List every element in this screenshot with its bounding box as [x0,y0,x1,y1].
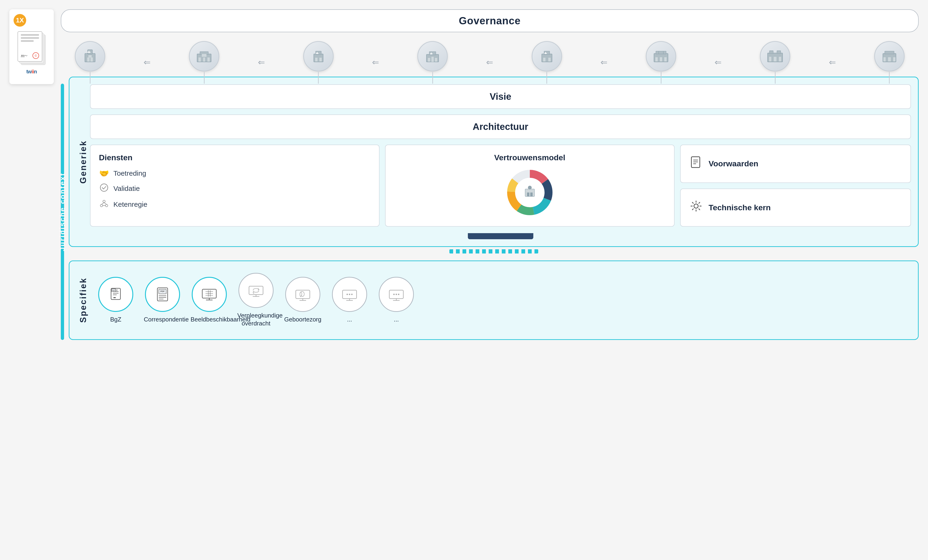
hospital-circle-2 [189,41,219,72]
specifiek-label: Specifiek [76,268,90,332]
bgz-circle[interactable]: BGZ BgZ [98,277,133,312]
connector-down-8 [889,72,890,84]
verpleeg-circle[interactable] [238,273,273,308]
dots1-circle[interactable] [332,277,367,312]
arrow-2: ⇐ [258,58,265,67]
arrow-3: ⇐ [372,58,379,67]
svg-point-106 [346,294,348,295]
hospitals-row: ⇐ ⇐ [61,41,919,84]
svg-rect-14 [316,51,321,55]
geboortezorg-circle[interactable] [285,277,321,312]
arrow-4: ⇐ [486,58,493,67]
diensten-title: Diensten [99,153,371,162]
dienst-ketenregie: Ketenregie [99,199,371,210]
voorwaarden-label: Voorwaarden [709,159,759,168]
svg-rect-67 [527,193,530,196]
architectuur-box: Architectuur [90,114,911,139]
governance-bar: Governance [61,9,919,32]
svg-rect-42 [769,57,771,61]
svg-rect-16 [316,53,319,54]
hospital-item [532,41,562,84]
svg-point-113 [395,294,397,295]
connector-down-1 [90,72,90,84]
hospital-item [760,41,790,84]
svg-line-54 [101,202,104,204]
doc-stamp: © [32,52,39,59]
technische-kern-label: Technische kern [709,203,771,212]
main-content: Governance ⇐ [61,9,919,340]
verpleeg-label: Verpleegkundige overdracht [237,312,275,327]
svg-rect-9 [202,54,206,57]
right-cards: Voorwaarden Technische [680,145,911,227]
svg-point-51 [103,200,105,202]
visie-title: Visie [490,91,511,102]
specifiek-icons-row: BGZ BgZ BgZ [90,268,911,332]
svg-point-52 [100,204,103,207]
connector-down-7 [775,72,775,84]
hospital-circle-6 [646,41,676,72]
beeldbeschikbaarheid-circle[interactable] [192,277,227,312]
svg-rect-43 [779,57,781,61]
svg-rect-47 [883,57,886,61]
svg-rect-65 [525,189,534,196]
svg-rect-17 [315,58,317,61]
svg-point-66 [528,186,532,189]
hospital-circle-1 [75,41,105,72]
generiek-inner: Visie Architectuur Diensten [90,84,911,239]
specifiek-beeldbeschikbaarheid: Beeldbeschikbaarheid [191,277,228,324]
gear-icon [689,199,703,216]
svg-rect-30 [543,58,545,61]
svg-point-108 [351,294,353,295]
juridische-label: Juridische context [58,172,66,251]
dienst-ketenregie-label: Ketenregie [113,201,147,208]
specifiek-bgz: BGZ BgZ BgZ [97,277,134,324]
generiek-label: Generiek [76,84,90,239]
document-icon [689,155,703,172]
hospital-circle-4 [417,41,448,72]
doc-logo: twiin [26,69,37,75]
connector-down-3 [318,72,319,84]
dienst-validatie-label: Validatie [113,184,140,193]
correspondentie-circle[interactable]: PDF [145,277,180,312]
bottom-divider [468,233,533,239]
svg-rect-3 [87,52,90,53]
specifiek-geboortezorg: Geboortezorg [284,277,322,324]
svg-rect-68 [530,193,533,196]
svg-rect-27 [544,51,550,55]
main-wrapper: 1X m~ © twiin [9,9,919,340]
svg-rect-24 [435,58,437,62]
hospital-item [189,41,219,84]
geboortezorg-label: Geboortezorg [284,316,322,324]
svg-rect-37 [660,57,662,61]
doc-card: 1X m~ © twiin [9,9,54,84]
specifiek-dots1: ... [331,277,368,324]
voorwaarden-card: Voorwaarden [680,145,911,183]
arrow-1: ⇐ [143,58,151,67]
svg-rect-6 [89,55,92,58]
svg-point-53 [105,204,108,207]
svg-rect-10 [198,58,201,62]
vertrouwen-title: Vertrouwensmodel [494,153,565,162]
svg-point-50 [100,184,108,191]
svg-rect-38 [664,57,667,61]
hospital-item [646,41,676,84]
specifiek-verpleeg: Verpleegkundige overdracht [237,273,275,327]
three-columns: Diensten 🤝 Toetreding [90,145,911,227]
svg-rect-22 [430,53,433,54]
svg-point-112 [393,294,395,295]
hospital-circle-3 [303,41,334,72]
specifiek-dots2: ... [378,277,415,324]
dots2-label: ... [394,316,399,324]
svg-rect-23 [428,58,430,62]
hospital-item [874,41,905,84]
juridische-wrapper: Juridische context Generiek Visie Archit… [61,84,919,340]
juridische-context-bar: Juridische context [61,84,64,340]
svg-rect-41 [777,51,781,53]
svg-rect-36 [655,57,658,61]
svg-rect-49 [893,57,896,61]
dots1-label: ... [347,316,352,324]
dots2-circle[interactable] [379,277,414,312]
donut-chart [504,167,556,218]
diensten-card: Diensten 🤝 Toetreding [90,145,380,227]
doc-signature: m~ [21,53,27,59]
